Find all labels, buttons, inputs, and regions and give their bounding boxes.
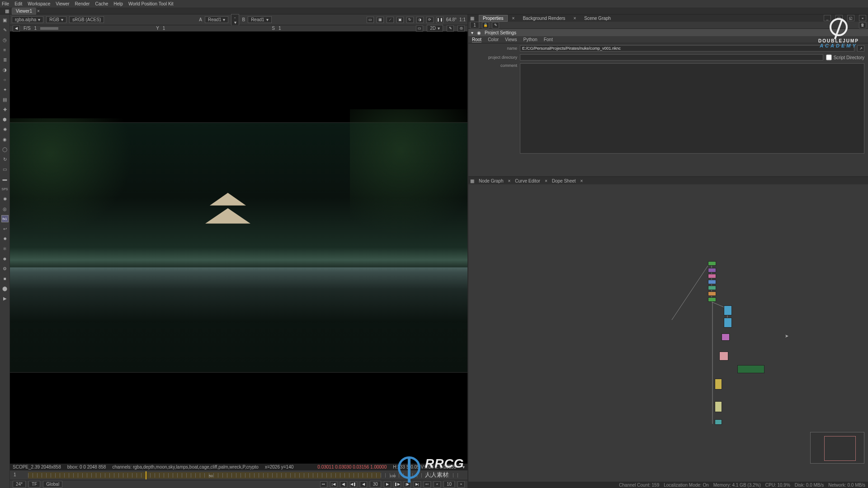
tool-square[interactable]: ■ [1, 275, 9, 282]
menu-viewer[interactable]: Viewer [56, 1, 69, 6]
tool-arrow[interactable]: ↩ [1, 225, 9, 232]
tool-deep[interactable]: ◉ [1, 136, 9, 143]
tool-particle[interactable]: ✺ [1, 126, 9, 133]
close-tab-icon[interactable]: × [37, 9, 40, 14]
tf-dropdown[interactable]: TF [28, 481, 40, 488]
tool-ocircle[interactable]: ◯ [1, 145, 9, 153]
picker-icon[interactable]: ✎ [447, 25, 454, 32]
node[interactable] [722, 333, 730, 341]
tool-image[interactable]: ▣ [1, 16, 9, 23]
layout-icon[interactable]: ▦ [2, 9, 12, 14]
frame-start[interactable]: 1 [14, 472, 16, 477]
tool-rect[interactable]: ▬ [1, 175, 9, 183]
tool-3d[interactable]: ⬢ [1, 116, 9, 123]
fs-label[interactable]: F/S [24, 26, 31, 31]
tool-ring[interactable]: ◎ [1, 205, 9, 212]
tool-gear2[interactable]: ⚙ [1, 265, 9, 272]
node[interactable] [715, 419, 722, 425]
gain-slider[interactable] [40, 27, 58, 30]
tool-draw[interactable]: ✎ [1, 26, 9, 33]
close-icon[interactable]: × [580, 178, 583, 183]
b-input-dropdown[interactable]: Read1 ▾ [248, 16, 271, 23]
close-icon[interactable]: × [512, 16, 515, 21]
node[interactable] [724, 305, 732, 315]
wipe-dropdown[interactable]: - ▾ [231, 14, 239, 26]
tab-font[interactable]: Font [544, 37, 553, 42]
tool-retime[interactable]: ↻ [1, 155, 9, 163]
nodegraph-canvas[interactable]: ➤ [468, 184, 868, 482]
skip-step-fwd[interactable]: » [458, 481, 465, 488]
close-icon[interactable]: × [545, 178, 547, 183]
tab-views[interactable]: Views [505, 37, 517, 42]
a-input-dropdown[interactable]: Read1 ▾ [205, 16, 228, 23]
menu-render[interactable]: Render [75, 1, 90, 6]
tool-color[interactable]: ◑ [1, 66, 9, 73]
refresh-icon[interactable]: ↻ [406, 17, 414, 23]
inpoint-icon[interactable]: ↦ [320, 481, 327, 488]
ring-icon[interactable]: ◎ [458, 25, 465, 32]
last-frame-button[interactable]: ▶| [414, 481, 421, 488]
current-frame[interactable]: 30 [370, 481, 381, 488]
tool-keyer[interactable]: ▤ [1, 96, 9, 103]
menu-file[interactable]: File [2, 1, 9, 6]
scriptdir-check[interactable]: Script Directory [826, 54, 864, 61]
node[interactable] [708, 268, 716, 272]
tab-properties[interactable]: Properties [479, 15, 508, 22]
tab-bgrenders[interactable]: Background Renders [519, 15, 569, 21]
projdir-field[interactable] [520, 54, 823, 61]
skip-step-back[interactable]: « [434, 481, 441, 488]
y-value[interactable]: 1 [163, 26, 165, 31]
tool-tri[interactable]: ▶ [1, 295, 9, 302]
tab-python[interactable]: Python [524, 37, 538, 42]
step-size[interactable]: 10 [443, 481, 455, 488]
step-forward-button[interactable]: ❚▶ [394, 481, 401, 488]
minimap-viewport[interactable] [824, 436, 856, 461]
layout-icon[interactable]: ▦ [470, 178, 474, 183]
menu-wptk[interactable]: World Position Tool Kit [128, 1, 174, 6]
node[interactable] [724, 318, 732, 328]
pin-icon[interactable]: ✎ [492, 22, 499, 28]
tool-star[interactable]: ✸ [1, 235, 9, 242]
tool-atom[interactable]: ⚛ [1, 245, 9, 252]
node[interactable] [708, 280, 716, 284]
menu-help[interactable]: Help [113, 1, 123, 6]
gain-icon[interactable]: ⟳ [426, 17, 434, 23]
global-dropdown[interactable]: Global [43, 481, 62, 488]
prev-key-button[interactable]: ◀| [340, 481, 347, 488]
fps-dropdown[interactable]: 24* [13, 481, 26, 488]
name-field[interactable] [520, 45, 854, 52]
collapse-icon[interactable]: ▾ [471, 30, 473, 35]
layout-icon[interactable]: ▦ [470, 16, 474, 21]
node[interactable] [715, 401, 722, 412]
nav-left-icon[interactable]: ◀ [13, 25, 20, 32]
tab-scenegraph[interactable]: Scene Graph [580, 15, 614, 21]
lock-icon[interactable]: 🔒 [482, 22, 489, 28]
roi-icon[interactable]: ▭ [367, 17, 374, 23]
colorspace-dropdown[interactable]: sRGB (ACES) [69, 16, 104, 23]
close-pane-icon[interactable]: × [859, 15, 866, 21]
tool-fx1[interactable]: fx1 [1, 215, 9, 222]
node[interactable] [708, 274, 716, 278]
channel-dropdown[interactable]: rgba.alpha ▾ [12, 16, 43, 23]
node[interactable] [708, 286, 716, 290]
tool-time[interactable]: ◷ [1, 36, 9, 43]
node[interactable] [715, 379, 722, 389]
menu-cache[interactable]: Cache [95, 1, 108, 6]
tab-color[interactable]: Color [488, 37, 499, 42]
node[interactable] [708, 261, 716, 266]
tool-filter[interactable]: ✦ [1, 86, 9, 93]
s-value[interactable]: 1 [278, 26, 281, 31]
tool-dot[interactable]: ⬤ [1, 285, 9, 292]
tool-sps[interactable]: SPS [1, 185, 9, 192]
outpoint-icon[interactable]: ↤ [424, 481, 431, 488]
bbox-icon[interactable]: ▭ [416, 25, 423, 32]
playhead[interactable] [146, 471, 146, 479]
trash-icon[interactable]: 🗑 [859, 22, 866, 28]
tool-gear[interactable]: ✱ [1, 195, 9, 202]
tool-channel[interactable]: ≡ [1, 46, 9, 53]
clip-icon[interactable]: ⟋ [387, 17, 394, 23]
node[interactable] [719, 352, 728, 361]
mode-dropdown[interactable]: 2D ▾ [427, 25, 443, 32]
tool-merge[interactable]: ✚ [1, 106, 9, 113]
viewer-image[interactable] [10, 32, 467, 464]
